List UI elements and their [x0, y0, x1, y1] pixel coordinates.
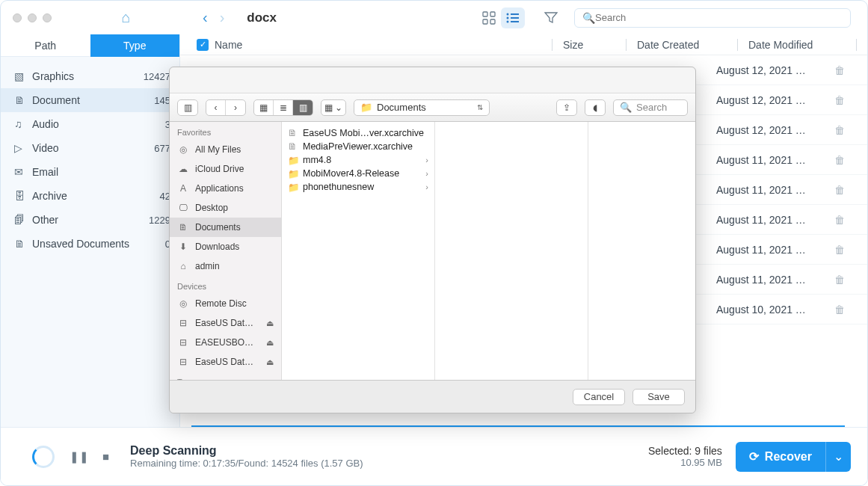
col-modified[interactable]: Date Modified — [748, 39, 846, 51]
sidebar-item-video[interactable]: ▷ Video 677 — [1, 136, 179, 160]
sidebar-item-email[interactable]: ✉ Email — [1, 160, 179, 184]
sidebar-item-other[interactable]: 🗐 Other 1229 — [1, 208, 179, 232]
dlg-share-icon[interactable]: ⇪ — [556, 99, 577, 116]
sidebar-icon: ☁ — [177, 164, 189, 174]
search-icon: 🔍 — [620, 102, 632, 113]
column-entry[interactable]: 🗎EaseUS Mobi…ver.xcarchive — [282, 126, 434, 140]
nav-forward-icon[interactable]: › — [220, 9, 225, 26]
pause-icon[interactable]: ❚❚ — [70, 450, 89, 464]
save-button[interactable]: Save — [632, 389, 685, 405]
fav-applications[interactable]: A Applications — [170, 179, 281, 198]
delete-icon[interactable]: 🗑 — [828, 214, 851, 226]
entry-label: phonethunesnew — [303, 182, 374, 192]
view-seg: ▦ ≣ ▥ — [253, 99, 313, 116]
close-window-icon[interactable] — [13, 13, 22, 22]
fav-icloud-drive[interactable]: ☁ iCloud Drive — [170, 159, 281, 179]
col-size[interactable]: Size — [563, 39, 615, 51]
delete-icon[interactable]: 🗑 — [828, 154, 851, 166]
delete-icon[interactable]: 🗑 — [828, 304, 851, 316]
category-icon: 🗎 — [14, 94, 32, 106]
sidebar-item-archive[interactable]: 🗄 Archive 42 — [1, 184, 179, 208]
fav-desktop[interactable]: 🖵 Desktop — [170, 198, 281, 218]
column-entry[interactable]: 📁phonethunesnew › — [282, 180, 434, 194]
zoom-window-icon[interactable] — [43, 13, 52, 22]
sidebar-icon: ⌂ — [177, 261, 189, 271]
category-icon: ✉ — [14, 166, 32, 178]
tab-path[interactable]: Path — [1, 34, 90, 57]
sidebar-item-graphics[interactable]: ▧ Graphics 12427 — [1, 64, 179, 88]
chevron-updown-icon: ⇅ — [477, 103, 483, 111]
device-icon: ⊟ — [177, 337, 189, 348]
cancel-button[interactable]: Cancel — [573, 389, 625, 405]
recover-button[interactable]: ⟳ Recover ⌄ — [736, 442, 851, 472]
dialog-titlebar[interactable] — [170, 67, 695, 93]
delete-icon[interactable]: 🗑 — [828, 124, 851, 136]
eject-icon[interactable]: ⏏ — [266, 319, 274, 328]
sidebar-item-unsaved-documents[interactable]: 🗎 Unsaved Documents 0 — [1, 232, 179, 256]
window-controls — [1, 13, 72, 22]
recover-icon: ⟳ — [749, 449, 759, 464]
dlg-icon-view-icon[interactable]: ▦ — [254, 100, 274, 115]
fav-all-my-files[interactable]: ◎ All My Files — [170, 140, 281, 159]
col-name[interactable]: Name — [215, 39, 541, 51]
dlg-search-box[interactable]: 🔍 Search — [613, 99, 688, 116]
dlg-column-view-icon[interactable]: ▥ — [293, 100, 313, 115]
svg-rect-1 — [490, 12, 495, 16]
sidebar-item-audio[interactable]: ♫ Audio 3 — [1, 112, 179, 136]
col-created[interactable]: Date Created — [637, 39, 727, 51]
delete-icon[interactable]: 🗑 — [828, 94, 851, 106]
category-label: Video — [32, 142, 154, 154]
filter-icon[interactable] — [540, 12, 562, 24]
sidebar-icon: 🗎 — [177, 222, 189, 233]
column-entry[interactable]: 📁mm4.8 › — [282, 153, 434, 167]
fav-admin[interactable]: ⌂ admin — [170, 256, 281, 276]
device-item[interactable]: ⊟ EASEUSBO… ⏏ — [170, 333, 281, 352]
folder-icon: 📁 — [288, 182, 298, 193]
device-item[interactable]: ⊟ EaseUS Dat… ⏏ — [170, 313, 281, 333]
sidebar-icon: A — [177, 183, 189, 194]
column-entry[interactable]: 📁MobiMover4.8-Release › — [282, 167, 434, 180]
delete-icon[interactable]: 🗑 — [828, 184, 851, 196]
dlg-forward-icon[interactable]: › — [226, 100, 245, 115]
nav-back-icon[interactable]: ‹ — [203, 9, 208, 26]
delete-icon[interactable]: 🗑 — [828, 244, 851, 256]
eject-icon[interactable]: ⏏ — [266, 357, 274, 367]
selection-size: 10.95 MB — [648, 457, 722, 468]
cell-date-modified: August 12, 2021 … — [716, 124, 828, 136]
sidebar-icon: ◎ — [177, 144, 189, 155]
list-view-icon[interactable] — [501, 7, 525, 28]
device-item[interactable]: ◎ Remote Disc — [170, 294, 281, 313]
folder-icon: 📁 — [288, 168, 298, 179]
dlg-tag-icon[interactable]: ◖ — [585, 99, 606, 116]
home-icon[interactable]: ⌂ — [121, 9, 130, 26]
sidebar-label: All My Files — [195, 144, 241, 155]
search-input[interactable] — [595, 12, 843, 23]
sidebar-item-document[interactable]: 🗎 Document 145 — [1, 88, 179, 112]
dlg-back-icon[interactable]: ‹ — [206, 100, 226, 115]
sidebar-toggle-icon[interactable]: ▥ — [177, 99, 198, 116]
device-label: EaseUS Dat… — [195, 318, 260, 328]
fav-downloads[interactable]: ⬇ Downloads — [170, 237, 281, 256]
dlg-path-selector[interactable]: 📁 Documents ⇅ — [354, 99, 490, 116]
recover-dropdown-icon[interactable]: ⌄ — [825, 442, 851, 472]
search-box[interactable]: 🔍 — [574, 8, 851, 28]
grid-view-icon[interactable] — [477, 7, 501, 28]
svg-point-6 — [507, 16, 509, 19]
device-icon: ⊟ — [177, 357, 189, 367]
column-entry[interactable]: 🗎MediaPreViewer.xcarchive — [282, 140, 434, 153]
tab-type[interactable]: Type — [90, 34, 180, 57]
file-icon: 🗎 — [288, 128, 298, 138]
delete-icon[interactable]: 🗑 — [828, 274, 851, 286]
fav-documents[interactable]: 🗎 Documents — [170, 218, 281, 237]
delete-icon[interactable]: 🗑 — [828, 64, 851, 76]
eject-icon[interactable]: ⏏ — [266, 338, 274, 348]
select-all-checkbox[interactable]: ✓ — [197, 39, 209, 51]
svg-rect-7 — [511, 17, 519, 19]
view-toggle — [477, 7, 525, 28]
svg-rect-5 — [511, 13, 519, 15]
dlg-list-view-icon[interactable]: ≣ — [274, 100, 293, 115]
device-item[interactable]: ⊟ EaseUS Dat… ⏏ — [170, 352, 281, 372]
dlg-arrange-icon[interactable]: ▦ ⌄ — [321, 99, 346, 116]
minimize-window-icon[interactable] — [28, 13, 37, 22]
stop-icon[interactable]: ■ — [102, 450, 109, 464]
